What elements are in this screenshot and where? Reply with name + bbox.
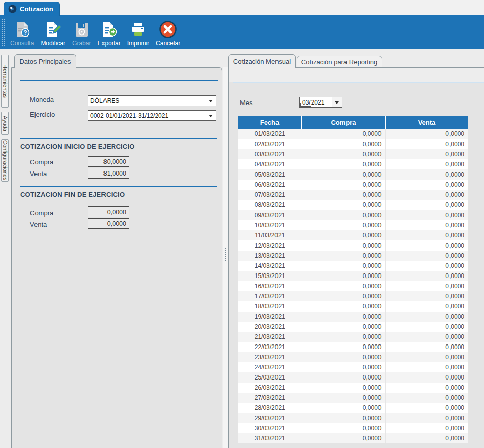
fecha-cell: 03/03/2021 [238, 149, 302, 159]
table-row[interactable]: 22/03/20210,00000,0000 [238, 342, 468, 352]
table-row[interactable]: 10/03/20210,00000,0000 [238, 220, 468, 230]
moneda-value: DÓLARES [90, 97, 119, 105]
table-row[interactable]: 26/03/20210,00000,0000 [238, 383, 468, 393]
exportar-button[interactable]: Exportar [95, 17, 122, 47]
fecha-cell: 25/03/2021 [238, 372, 302, 383]
table-row[interactable]: 07/03/20210,00000,0000 [238, 190, 468, 200]
table-row[interactable]: 30/03/20210,00000,0000 [238, 423, 468, 433]
table-row[interactable]: 14/03/20210,00000,0000 [238, 261, 468, 271]
table-row[interactable]: 13/03/20210,00000,0000 [238, 251, 468, 261]
table-row[interactable]: 19/03/20210,00000,0000 [238, 312, 468, 322]
datos-principales-panel: Moneda DÓLARES Ejercicio 0002 01/01/2021… [11, 67, 222, 448]
fecha-cell: 04/03/2021 [238, 159, 302, 169]
table-row[interactable]: 08/03/20210,00000,0000 [238, 200, 468, 210]
table-row[interactable]: 29/03/20210,00000,0000 [238, 413, 468, 423]
venta-cell: 0,0000 [385, 301, 468, 312]
table-row[interactable]: 17/03/20210,00000,0000 [238, 291, 468, 301]
compra-cell: 0,0000 [302, 271, 385, 281]
venta-cell: 0,0000 [385, 362, 468, 372]
fecha-cell: 10/03/2021 [238, 220, 302, 230]
sidebar-tab-ayuda[interactable]: Ayuda [1, 112, 9, 135]
venta-cell: 0,0000 [385, 169, 468, 180]
compra-cell: 0,0000 [302, 413, 385, 423]
fin-venta-input[interactable]: 0,0000 [88, 218, 129, 229]
moneda-label: Moneda [30, 96, 54, 104]
herramientas-label: Herramientas [2, 64, 8, 98]
fecha-cell: 01/03/2021 [238, 129, 302, 139]
venta-cell: 0,0000 [385, 403, 468, 413]
svg-text:?: ? [23, 29, 27, 37]
table-row[interactable]: 27/03/20210,00000,0000 [238, 393, 468, 403]
panel-splitter[interactable] [223, 67, 228, 448]
venta-cell: 0,0000 [385, 271, 468, 281]
table-row[interactable]: 01/03/20210,00000,0000 [238, 129, 468, 139]
inicio-venta-input[interactable]: 81,0000 [88, 168, 129, 179]
venta-column-header[interactable]: Venta [385, 116, 468, 129]
fin-compra-label: Compra [30, 209, 53, 217]
fecha-cell: 06/03/2021 [238, 180, 302, 190]
cotizacion-window-tab[interactable]: Cotización [4, 2, 60, 16]
mes-select[interactable]: 03/2021 [299, 97, 342, 108]
table-row[interactable]: 11/03/20210,00000,0000 [238, 230, 468, 240]
compra-cell: 0,0000 [302, 230, 385, 240]
ejercicio-select[interactable]: 0002 01/01/2021-31/12/2021 [88, 110, 216, 121]
table-row[interactable]: 09/03/20210,00000,0000 [238, 210, 468, 220]
exportar-label: Exportar [97, 40, 120, 47]
ayuda-label: Ayuda [2, 116, 8, 131]
mes-dropdown-button[interactable] [332, 97, 342, 107]
moneda-select[interactable]: DÓLARES [88, 95, 216, 106]
table-row[interactable]: 31/03/20210,00000,0000 [238, 433, 468, 443]
table-row[interactable]: 04/03/20210,00000,0000 [238, 159, 468, 169]
table-row[interactable]: 03/03/20210,00000,0000 [238, 149, 468, 159]
modificar-button[interactable]: Modificar [39, 17, 67, 47]
compra-cell: 0,0000 [302, 383, 385, 393]
consulta-label: Consulta [10, 40, 34, 47]
compra-cell: 0,0000 [302, 251, 385, 261]
table-row[interactable]: 23/03/20210,00000,0000 [238, 352, 468, 362]
venta-cell: 0,0000 [385, 322, 468, 332]
compra-cell: 0,0000 [302, 372, 385, 383]
tab-datos-principales[interactable]: Datos Principales [14, 54, 76, 68]
compra-cell: 0,0000 [302, 200, 385, 210]
compra-column-header[interactable]: Compra [302, 116, 385, 129]
table-row[interactable]: 12/03/20210,00000,0000 [238, 240, 468, 251]
table-row[interactable]: 16/03/20210,00000,0000 [238, 281, 468, 291]
compra-cell: 0,0000 [302, 352, 385, 362]
table-row[interactable]: 25/03/20210,00000,0000 [238, 372, 468, 383]
venta-cell: 0,0000 [385, 240, 468, 251]
table-row[interactable]: 21/03/20210,00000,0000 [238, 332, 468, 342]
fecha-column-header[interactable]: Fecha [238, 116, 302, 129]
table-row[interactable]: 28/03/20210,00000,0000 [238, 403, 468, 413]
separator-line [20, 186, 217, 187]
fecha-cell: 05/03/2021 [238, 169, 302, 180]
cancel-icon [159, 21, 177, 38]
cotizacion-mensual-panel: Mes 03/2021 Fecha Compra Venta 01/03/202… [228, 67, 484, 448]
tab-cotizacion-mensual[interactable]: Cotización Mensual [228, 54, 296, 68]
table-row[interactable]: 18/03/20210,00000,0000 [238, 301, 468, 312]
table-row[interactable]: 05/03/20210,00000,0000 [238, 169, 468, 180]
fecha-cell: 24/03/2021 [238, 362, 302, 372]
cancelar-button[interactable]: Cancelar [154, 17, 182, 47]
printer-icon [129, 21, 147, 38]
sidebar-tab-herramientas[interactable]: Herramientas [1, 55, 9, 108]
toolbar-grip-handle[interactable] [1, 18, 5, 46]
compra-cell: 0,0000 [302, 240, 385, 251]
inicio-compra-input[interactable]: 80,0000 [88, 156, 129, 167]
sidebar-tab-configuraciones[interactable]: Configuraciones [1, 139, 9, 182]
table-row[interactable]: 20/03/20210,00000,0000 [238, 322, 468, 332]
table-row[interactable]: 24/03/20210,00000,0000 [238, 362, 468, 372]
table-row[interactable]: 06/03/20210,00000,0000 [238, 180, 468, 190]
inicio-compra-label: Compra [30, 158, 53, 166]
imprimir-button[interactable]: Imprimir [125, 17, 151, 47]
fecha-cell: 20/03/2021 [238, 322, 302, 332]
compra-cell: 0,0000 [302, 423, 385, 433]
fecha-cell: 02/03/2021 [238, 139, 302, 149]
venta-cell: 0,0000 [385, 332, 468, 342]
table-row[interactable]: 15/03/20210,00000,0000 [238, 271, 468, 281]
venta-cell: 0,0000 [385, 210, 468, 220]
fecha-cell: 16/03/2021 [238, 281, 302, 291]
fecha-cell: 14/03/2021 [238, 261, 302, 271]
fin-compra-input[interactable]: 0,0000 [88, 206, 129, 217]
table-row[interactable]: 02/03/20210,00000,0000 [238, 139, 468, 149]
tab-cotizacion-para-reporting[interactable]: Cotización para Reporting [297, 56, 382, 68]
